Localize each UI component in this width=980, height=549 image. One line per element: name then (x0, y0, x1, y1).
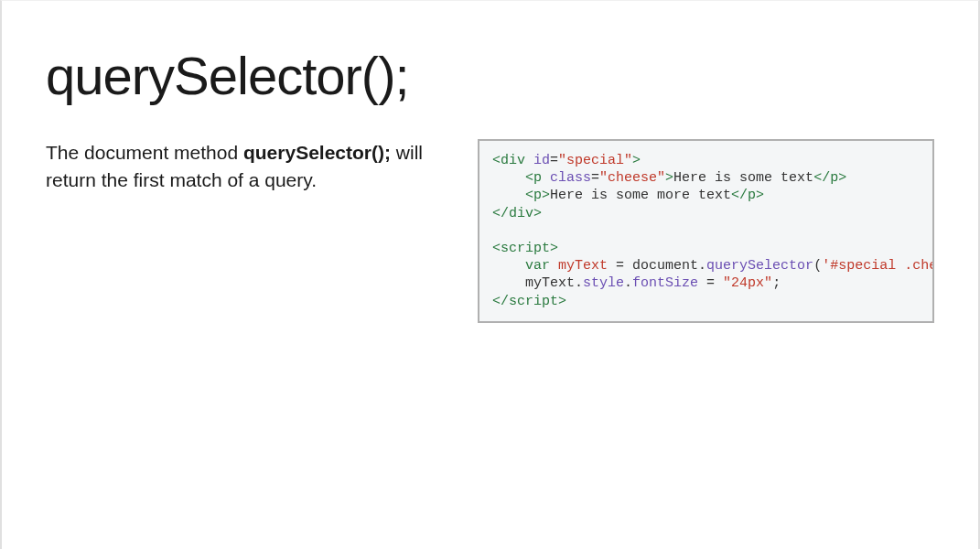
description-bold: querySelector(); (243, 142, 391, 163)
slide-title: querySelector(); (46, 45, 934, 106)
code-example: <div id="special"> <p class="cheese">Her… (478, 139, 934, 323)
description-prefix: The document method (46, 142, 243, 163)
slide-content: querySelector(); The document method que… (2, 1, 978, 323)
content-row: The document method querySelector(); wil… (46, 139, 934, 323)
description-text: The document method querySelector(); wil… (46, 139, 448, 195)
